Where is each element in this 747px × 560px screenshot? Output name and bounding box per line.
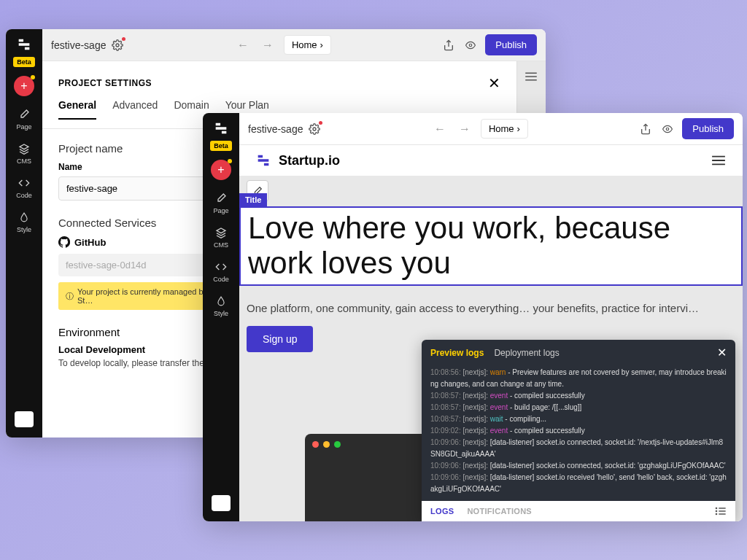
svg-point-1 <box>470 44 473 47</box>
chevron-right-icon: › <box>517 123 520 134</box>
list-icon[interactable] <box>715 507 727 516</box>
site-header: Startup.io <box>239 145 743 176</box>
sidebar-label: Page <box>213 207 228 214</box>
sidebar-item-style[interactable]: Style <box>17 211 31 233</box>
sidebar-item-cms[interactable]: CMS <box>17 142 31 165</box>
sidebar-label: Page <box>16 123 31 131</box>
logs-tab-preview[interactable]: Preview logs <box>430 348 484 358</box>
app-logo-icon <box>15 35 34 54</box>
site-logo-icon <box>255 152 271 168</box>
droplet-icon <box>214 295 228 308</box>
footer-tab-logs[interactable]: LOGS <box>430 507 454 516</box>
svg-point-12 <box>716 510 716 511</box>
project-title: festive-sage <box>248 123 320 135</box>
svg-point-14 <box>716 513 716 514</box>
add-button[interactable]: + <box>211 160 231 180</box>
editor-main: festive-sage ← → Home › Publish S <box>239 113 743 521</box>
project-name-input[interactable] <box>58 176 219 201</box>
github-label: GitHub <box>74 237 106 248</box>
footer-tab-notifications[interactable]: NOTIFICATIONS <box>467 507 532 516</box>
window-dot-green <box>334 441 341 448</box>
github-icon <box>58 236 70 248</box>
project-name-text: festive-sage <box>248 123 303 135</box>
eye-icon[interactable] <box>660 122 675 136</box>
beta-badge: Beta <box>13 57 35 67</box>
managed-alert: ⓘ Your project is currently managed by S… <box>58 282 219 310</box>
sidebar-label: Style <box>214 310 228 317</box>
topbar: festive-sage ← → Home › Publish <box>42 29 546 61</box>
window-dot-yellow <box>323 441 330 448</box>
window-editor: Beta + Page CMS Code Style festive-sage <box>203 113 743 521</box>
site-name: Startup.io <box>279 153 340 168</box>
layers-icon <box>18 142 31 155</box>
sidebar-item-cms[interactable]: CMS <box>214 226 228 249</box>
sidebar-label: Code <box>16 192 32 199</box>
gear-icon[interactable] <box>112 39 123 51</box>
logs-panel: Preview logs Deployment logs ✕ 10:08:56:… <box>422 340 735 521</box>
pencil-icon <box>214 192 228 205</box>
window-dot-red <box>312 441 319 448</box>
app-logo-icon <box>212 119 231 138</box>
code-icon <box>214 260 228 273</box>
topbar: festive-sage ← → Home › Publish <box>239 113 743 145</box>
signup-button[interactable]: Sign up <box>247 326 313 352</box>
gear-icon[interactable] <box>309 123 320 135</box>
repo-readonly: festive-sage-0d14d <box>58 254 219 276</box>
publish-button[interactable]: Publish <box>485 34 537 55</box>
svg-point-6 <box>667 128 670 131</box>
logs-footer: LOGS NOTIFICATIONS <box>422 501 735 521</box>
svg-point-5 <box>313 128 316 131</box>
layers-icon <box>214 226 228 239</box>
chevron-right-icon: › <box>320 39 323 50</box>
sidebar-item-style[interactable]: Style <box>214 295 228 317</box>
hamburger-icon[interactable] <box>711 155 727 166</box>
project-title: festive-sage <box>51 39 123 51</box>
beta-badge: Beta <box>210 141 232 151</box>
logs-tab-deployment[interactable]: Deployment logs <box>494 348 559 358</box>
breadcrumb-home[interactable]: Home › <box>284 35 331 55</box>
sidebar-item-code[interactable]: Code <box>16 176 32 199</box>
settings-title: PROJECT SETTINGS <box>58 78 152 88</box>
info-icon: ⓘ <box>66 291 74 302</box>
sidebar-label: CMS <box>214 241 228 249</box>
breadcrumb-label: Home <box>489 123 514 134</box>
selected-title-block[interactable]: Title Love where you work, because work … <box>239 206 743 286</box>
nav-forward-icon[interactable]: → <box>456 120 473 138</box>
close-icon[interactable]: ✕ <box>717 346 727 359</box>
nav-forward-icon[interactable]: → <box>259 36 276 54</box>
close-icon[interactable]: ✕ <box>488 74 500 92</box>
edit-toolbar <box>239 176 743 206</box>
svg-point-10 <box>716 508 716 508</box>
share-icon[interactable] <box>638 122 653 136</box>
publish-button[interactable]: Publish <box>682 118 734 139</box>
sidebar-label: CMS <box>17 158 31 165</box>
breadcrumb-home[interactable]: Home › <box>481 119 528 139</box>
alert-text: Your project is currently managed by St… <box>77 287 212 305</box>
chat-icon[interactable] <box>15 411 34 427</box>
share-icon[interactable] <box>441 38 456 52</box>
chat-icon[interactable] <box>212 495 231 511</box>
selection-tag: Title <box>239 193 267 206</box>
droplet-icon <box>18 211 31 224</box>
tab-advanced[interactable]: Advanced <box>112 99 158 120</box>
sidebar: Beta + Page CMS Code Style <box>203 113 239 521</box>
sidebar-item-page[interactable]: Page <box>213 192 228 214</box>
hero-title[interactable]: Love where you work, because work loves … <box>241 208 741 284</box>
sidebar: Beta + Page CMS Code Style <box>6 29 42 438</box>
breadcrumb-label: Home <box>292 39 317 50</box>
svg-point-0 <box>116 44 119 47</box>
logs-body[interactable]: 10:08:56: [nextjs]: warn - Preview featu… <box>422 365 735 501</box>
sidebar-item-page[interactable]: Page <box>16 108 31 131</box>
project-name-text: festive-sage <box>51 39 106 51</box>
add-button[interactable]: + <box>14 76 34 96</box>
nav-back-icon[interactable]: ← <box>431 120 449 138</box>
code-icon <box>18 176 31 190</box>
hero-subtitle[interactable]: One platform, one community, gain access… <box>239 295 743 326</box>
sidebar-item-code[interactable]: Code <box>213 260 229 283</box>
pencil-icon <box>18 108 31 121</box>
tab-general[interactable]: General <box>58 99 96 120</box>
nav-back-icon[interactable]: ← <box>234 36 252 54</box>
sidebar-label: Code <box>213 276 229 283</box>
eye-icon[interactable] <box>463 38 478 52</box>
sidebar-label: Style <box>17 226 31 233</box>
